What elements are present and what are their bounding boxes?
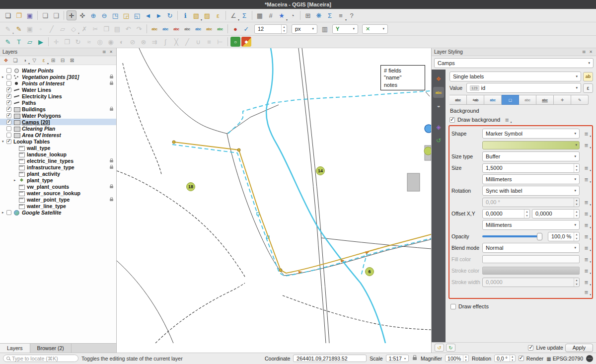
data-defined-override-icon[interactable] [582,130,591,137]
layer-visibility-checkbox[interactable] [6,133,11,138]
panel-close-icon[interactable]: ✕ [108,49,114,55]
size-input[interactable]: 1,5000 [482,163,580,173]
layer-item-paths[interactable]: Paths [0,99,116,106]
label-anchor-indicator[interactable]: ● [230,24,240,34]
add-line-feature-button[interactable]: ╱ [47,24,57,34]
layer-visibility-checkbox[interactable] [6,87,11,92]
rotation-mode-dropdown[interactable]: Sync with label [482,186,580,196]
live-update-checkbox[interactable] [528,345,533,351]
offset-units-dropdown[interactable]: Millimeters [482,220,580,230]
collapse-all-button[interactable]: ⊟ [59,57,67,64]
data-defined-override-icon[interactable] [582,176,591,183]
opacity-input[interactable]: 100,0 % [548,232,580,241]
stepper-arrows[interactable] [574,232,579,241]
stepper-arrows[interactable] [463,355,468,362]
layer-visibility-checkbox[interactable] [6,94,11,99]
map-text-annotation[interactable]: # fields "name" notes [380,65,425,90]
render-toggle[interactable]: Render [519,356,543,362]
layer-labeling-button[interactable]: abc [149,24,159,34]
symbology-tab[interactable]: ❖ [433,73,444,84]
save-layer-edits-button[interactable]: ▣ [25,24,35,34]
svg-annotation-tool[interactable]: ▶ [36,37,46,47]
delete-selected-button[interactable]: ✗ [79,24,89,34]
expression-builder-button[interactable]: ε [583,83,593,93]
rotate-label-button[interactable]: abc [204,24,214,34]
expander-icon[interactable] [2,140,6,144]
advanced-digitizing-y-dropdown[interactable]: Y [332,24,358,34]
table-item-electric-line-types[interactable]: electric_line_types [0,157,116,164]
open-project-button[interactable]: ❐ [14,10,24,20]
layer-item-clearing-plan[interactable]: Clearing Plan [0,125,116,132]
layer-item-water-points[interactable]: Water Points [0,67,116,73]
paste-features-button[interactable]: ▤ [112,24,122,34]
undo-style-button[interactable]: ↺ [435,344,444,352]
data-defined-override-icon[interactable] [582,233,591,240]
opacity-slider[interactable] [482,235,541,237]
new-project-button[interactable]: ❏ [3,10,13,20]
move-label-button[interactable]: abc [193,24,203,34]
trim-extend-button[interactable]: ⊢ [215,37,225,47]
rotate-feature-button[interactable]: ↻ [73,37,83,47]
layout-manager-button[interactable]: ❑ [51,10,61,20]
layer-visibility-checkbox[interactable] [6,210,11,215]
refresh-map-button[interactable]: ↻ [165,10,175,20]
advanced-digitizing-x-dropdown[interactable]: ✕ [362,24,388,34]
tab-buffer[interactable]: abc [484,95,502,105]
expand-all-button[interactable]: ⊞ [49,57,57,64]
layer-item-points-of-interest[interactable]: Points of Interest [0,80,116,86]
group-item-lookup-tables[interactable]: Lookup Tables [0,138,116,145]
labeling-rules-button[interactable]: ab [583,72,593,81]
data-defined-override-icon[interactable] [582,244,591,251]
vertex-tool-button[interactable]: ◇ [69,24,78,34]
styled-layer-dropdown[interactable]: Camps [434,58,594,68]
layer-visibility-checkbox[interactable] [6,120,11,125]
size-units-dropdown[interactable]: Millimeters [482,174,580,184]
table-item-landuse-lookup[interactable]: landuse_lookup [0,151,116,157]
reshape-features-button[interactable]: ∫ [160,37,170,47]
data-defined-override-icon[interactable] [582,199,591,206]
labels-tab[interactable]: abc [433,87,444,98]
table-item-plant-activity[interactable]: plant_activity [0,170,116,177]
spatial-bookmarks-button[interactable]: ★ [277,10,287,20]
data-defined-override-icon[interactable] [582,256,591,263]
fill-ring-button[interactable]: ◐ [117,37,127,47]
layer-item-water-lines[interactable]: Water Lines [0,86,116,93]
add-polygon-feature-button[interactable]: ▱ [58,24,68,34]
layer-visibility-checkbox[interactable] [6,81,11,86]
change-label-properties-button[interactable]: abc [215,24,225,34]
pan-map-tool[interactable]: ✛ [67,10,76,20]
statistical-summary-button[interactable]: Σ [239,10,249,20]
temporal-controller-button[interactable]: ◔ [288,10,298,20]
zoom-next-button[interactable]: ► [154,10,164,20]
new-annotation-tool[interactable]: ✎ [3,37,13,47]
merge-attributes-button[interactable]: ≡ [204,37,214,47]
tab-layers[interactable]: Layers [0,344,30,353]
select-by-expression-button[interactable]: ε [213,10,223,20]
stepper-arrows[interactable] [574,164,579,172]
pan-to-selection-tool[interactable]: ✜ [77,10,87,20]
panel-close-icon[interactable]: ✕ [588,49,594,55]
plugin-shield-button[interactable]: ◆ [241,37,251,47]
apply-button[interactable]: Apply [565,344,593,352]
help-button[interactable]: ? [347,10,357,20]
pin-unpin-labels-button[interactable]: abc [171,24,181,34]
layer-visibility-checkbox[interactable] [6,68,11,73]
deselect-features-button[interactable]: ▨ [202,10,212,20]
offset-y-input[interactable]: 0,0000 [532,209,580,218]
stepper-arrows[interactable] [574,210,579,218]
layer-item-buildings[interactable]: Buildings [0,106,116,112]
delete-part-button[interactable]: ⊗ [139,37,149,47]
labeling-mode-dropdown[interactable]: Single labels [449,72,581,81]
data-source-manager-button[interactable]: ⊞ [303,10,313,20]
rotation-input[interactable]: 0,0 ° [494,355,516,362]
layer-item-vegetation-points[interactable]: Vegetation points [301] [0,73,116,80]
redo-button[interactable]: ↷ [134,24,144,34]
select-features-tool[interactable]: ▧ [191,10,201,20]
statistics-panel-button[interactable]: Σ [325,10,335,20]
label-value-dropdown[interactable]: 123 id [466,83,581,93]
history-tab[interactable]: ↺ [433,135,444,146]
field-calculator-button[interactable]: # [266,10,276,20]
zoom-full-extent-button[interactable]: ◳ [110,10,120,20]
table-item-plant-type[interactable]: plant_type [0,177,116,183]
undo-button[interactable]: ↶ [123,24,133,34]
